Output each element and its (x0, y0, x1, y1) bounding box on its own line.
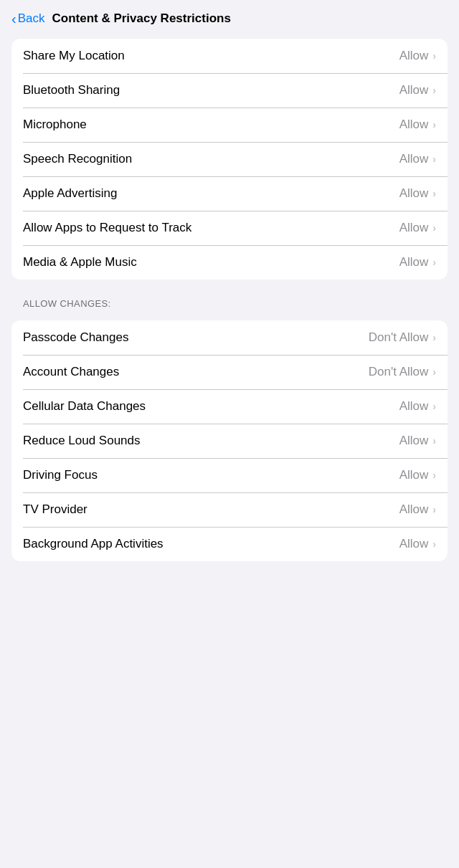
list-item[interactable]: Reduce Loud SoundsAllow› (11, 424, 448, 458)
list-item[interactable]: Bluetooth SharingAllow› (11, 73, 448, 108)
back-chevron-icon: ‹ (11, 11, 16, 26)
row-value: Allow (399, 186, 429, 201)
list-item[interactable]: Background App ActivitiesAllow› (11, 527, 448, 561)
back-button[interactable]: ‹ Back (11, 11, 44, 26)
chevron-right-icon: › (432, 469, 436, 481)
list-item[interactable]: Apple AdvertisingAllow› (11, 176, 448, 211)
row-label: Passcode Changes (23, 330, 369, 345)
chevron-right-icon: › (432, 332, 436, 343)
row-label: TV Provider (23, 502, 399, 517)
row-value: Allow (399, 434, 429, 448)
row-label: Background App Activities (23, 537, 399, 551)
row-value: Allow (399, 221, 429, 235)
section1-card: Share My LocationAllow›Bluetooth Sharing… (11, 39, 448, 280)
chevron-right-icon: › (432, 222, 436, 234)
row-value: Allow (399, 468, 429, 482)
row-label: Reduce Loud Sounds (23, 434, 399, 448)
row-value: Allow (399, 49, 429, 63)
row-label: Share My Location (23, 49, 399, 63)
chevron-right-icon: › (432, 153, 436, 165)
row-value: Don't Allow (369, 330, 429, 345)
row-value: Allow (399, 502, 429, 517)
section2-card: Passcode ChangesDon't Allow›Account Chan… (11, 320, 448, 561)
row-value: Allow (399, 83, 429, 97)
list-item[interactable]: TV ProviderAllow› (11, 492, 448, 527)
list-item[interactable]: Allow Apps to Request to TrackAllow› (11, 211, 448, 245)
header: ‹ Back Content & Privacy Restrictions (0, 0, 459, 33)
list-item[interactable]: Speech RecognitionAllow› (11, 142, 448, 176)
chevron-right-icon: › (432, 50, 436, 62)
row-value: Allow (399, 118, 429, 132)
row-label: Speech Recognition (23, 152, 399, 166)
list-item[interactable]: Cellular Data ChangesAllow› (11, 389, 448, 424)
list-item[interactable]: Account ChangesDon't Allow› (11, 355, 448, 389)
row-label: Allow Apps to Request to Track (23, 221, 399, 235)
list-item[interactable]: Share My LocationAllow› (11, 39, 448, 73)
chevron-right-icon: › (432, 401, 436, 412)
row-value: Allow (399, 152, 429, 166)
chevron-right-icon: › (432, 85, 436, 96)
list-item[interactable]: Driving FocusAllow› (11, 458, 448, 492)
section2-label: ALLOW CHANGES: (0, 285, 459, 315)
list-item[interactable]: MicrophoneAllow› (11, 108, 448, 142)
row-label: Apple Advertising (23, 186, 399, 201)
chevron-right-icon: › (432, 504, 436, 515)
row-label: Cellular Data Changes (23, 399, 399, 414)
back-label: Back (18, 11, 45, 26)
chevron-right-icon: › (432, 435, 436, 447)
chevron-right-icon: › (432, 119, 436, 130)
chevron-right-icon: › (432, 188, 436, 199)
chevron-right-icon: › (432, 257, 436, 268)
row-value: Allow (399, 537, 429, 551)
row-label: Microphone (23, 118, 399, 132)
page-title: Content & Privacy Restrictions (52, 11, 230, 26)
row-label: Driving Focus (23, 468, 399, 482)
chevron-right-icon: › (432, 538, 436, 550)
list-item[interactable]: Passcode ChangesDon't Allow› (11, 320, 448, 355)
list-item[interactable]: Media & Apple MusicAllow› (11, 245, 448, 280)
row-label: Bluetooth Sharing (23, 83, 399, 97)
row-label: Media & Apple Music (23, 255, 399, 270)
row-value: Don't Allow (369, 365, 429, 379)
row-value: Allow (399, 399, 429, 414)
row-value: Allow (399, 255, 429, 270)
row-label: Account Changes (23, 365, 369, 379)
chevron-right-icon: › (432, 366, 436, 378)
